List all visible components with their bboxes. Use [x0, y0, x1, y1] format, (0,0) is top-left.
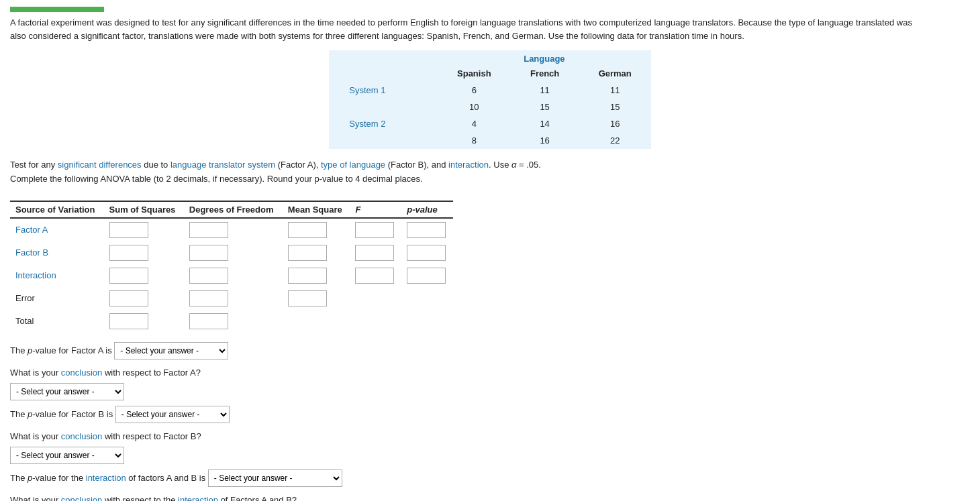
table-row-factora: Factor A — [10, 218, 453, 241]
factorb-conclusion-select[interactable]: - Select your answer - Reject H0, Factor… — [10, 447, 124, 464]
factorb-df[interactable] — [189, 245, 228, 261]
highlight-significant: significant differences — [58, 160, 142, 170]
s1-r2-spanish: 10 — [438, 99, 511, 115]
s1-r1-german: 11 — [579, 82, 651, 99]
anova-header-ss: Sum of Squares — [104, 201, 184, 218]
highlight-language: language translator system — [170, 160, 275, 170]
anova-header-f: F — [350, 201, 401, 218]
anova-header-ms: Mean Square — [283, 201, 350, 218]
s1-r2-french: 15 — [511, 99, 579, 115]
factorb-pvalue-select[interactable]: - Select your answer - less than .01 bet… — [115, 406, 230, 423]
factorb-pval[interactable] — [407, 245, 446, 261]
interaction-f[interactable] — [355, 268, 394, 284]
instruction-line2: Complete the following ANOVA table (to 2… — [10, 172, 970, 186]
factora-df[interactable] — [189, 222, 228, 238]
question-interaction-conclusion: What is your conclusion with respect to … — [10, 492, 970, 501]
language-header: Language — [438, 50, 651, 65]
col-french: French — [511, 65, 579, 82]
factorb-ss[interactable] — [109, 245, 148, 261]
system2-label: System 2 — [329, 115, 399, 132]
factora-pvalue-select[interactable]: - Select your answer - less than .01 bet… — [114, 342, 228, 359]
s1-r1-spanish: 6 — [438, 82, 511, 99]
anova-header-source: Source of Variation — [10, 201, 104, 218]
factora-pval[interactable] — [407, 222, 446, 238]
s2-r1-german: 16 — [579, 115, 651, 132]
factora-ss[interactable] — [109, 222, 148, 238]
error-ms[interactable] — [288, 290, 327, 307]
total-ss[interactable] — [109, 313, 148, 329]
factorb-f[interactable] — [355, 245, 394, 261]
s2-r2-french: 16 — [511, 132, 579, 149]
interaction-ms[interactable] — [288, 268, 327, 284]
interaction-label: Interaction — [10, 264, 104, 287]
error-label: Error — [10, 287, 104, 310]
question-factora-conclusion: What is your conclusion with respect to … — [10, 365, 970, 400]
factora-ms[interactable] — [288, 222, 327, 238]
col-spanish: Spanish — [438, 65, 511, 82]
q-factora-conclusion-text: What is your conclusion with respect to … — [10, 368, 201, 378]
s1-r1-french: 11 — [511, 82, 579, 99]
table-row-factorb: Factor B — [10, 241, 453, 264]
question-factora-pvalue: The p-value for Factor A is - Select you… — [10, 342, 970, 359]
intro-text-1: A factorial experiment was designed to t… — [10, 17, 912, 27]
highlight-type: type of language — [321, 160, 385, 170]
total-df[interactable] — [189, 313, 228, 329]
error-df[interactable] — [189, 290, 228, 307]
total-label: Total — [10, 310, 104, 333]
question-factorb-pvalue: The p-value for Factor B is - Select you… — [10, 406, 970, 423]
anova-header-df: Degrees of Freedom — [184, 201, 283, 218]
q-factorb-pval-text: The p-value for Factor B is — [10, 409, 115, 419]
col-german: German — [579, 65, 651, 82]
intro-paragraph: A factorial experiment was designed to t… — [10, 16, 970, 42]
data-table: Language Spanish French German System 1 … — [329, 50, 651, 149]
q-interaction-conclusion-text: What is your conclusion with respect to … — [10, 495, 297, 501]
q-factora-pval-text: The p-value for Factor A is — [10, 345, 114, 355]
system1-label: System 1 — [329, 82, 399, 99]
s2-r1-french: 14 — [511, 115, 579, 132]
table-row-interaction: Interaction — [10, 264, 453, 287]
factora-conclusion-select[interactable]: - Select your answer - Reject H0, Factor… — [10, 383, 124, 400]
s2-r2-spanish: 8 — [438, 132, 511, 149]
question-factorb-conclusion: What is your conclusion with respect to … — [10, 429, 970, 464]
factorb-label: Factor B — [10, 241, 104, 264]
s2-r1-spanish: 4 — [438, 115, 511, 132]
table-row-total: Total — [10, 310, 453, 333]
interaction-ss[interactable] — [109, 268, 148, 284]
top-bar — [10, 7, 104, 12]
intro-text-2: also considered a significant factor, tr… — [10, 31, 744, 41]
interaction-df[interactable] — [189, 268, 228, 284]
instruction-line1: Test for any significant differences due… — [10, 158, 970, 172]
interaction-pvalue-select[interactable]: - Select your answer - less than .01 bet… — [208, 469, 342, 487]
interaction-pval[interactable] — [407, 268, 446, 284]
factorb-ms[interactable] — [288, 245, 327, 261]
factora-label: Factor A — [10, 218, 104, 241]
highlight-interaction: interaction — [448, 160, 489, 170]
q-interaction-pval-text: The p-value for the interaction of facto… — [10, 473, 208, 483]
q-factorb-conclusion-text: What is your conclusion with respect to … — [10, 431, 201, 441]
error-ss[interactable] — [109, 290, 148, 307]
question-interaction-pvalue: The p-value for the interaction of facto… — [10, 469, 970, 487]
factora-f[interactable] — [355, 222, 394, 238]
instructions: Test for any significant differences due… — [10, 158, 970, 186]
anova-header-pval: p-value — [401, 201, 453, 218]
anova-table: Source of Variation Sum of Squares Degre… — [10, 201, 453, 333]
data-table-container: Language Spanish French German System 1 … — [10, 50, 970, 149]
table-row-error: Error — [10, 287, 453, 310]
s2-r2-german: 22 — [579, 132, 651, 149]
s1-r2-german: 15 — [579, 99, 651, 115]
